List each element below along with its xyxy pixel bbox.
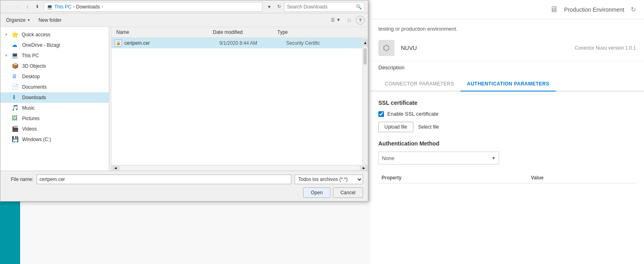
app-connector-info: ⬡ NUVU Conector Nuvu version 1.0.1 [370, 35, 644, 61]
auth-section-title: Authentication Method [378, 140, 636, 147]
organize-button[interactable]: Organize ▼ [4, 16, 33, 24]
connector-name: NUVU [401, 45, 417, 51]
app-header-icon: 🖥 [550, 5, 558, 14]
sidebar-item-3dobjects[interactable]: 📦 3D Objects [0, 61, 109, 71]
enable-ssl-checkbox[interactable] [378, 111, 384, 117]
sidebar-item-windows[interactable]: 💾 Windows (C:) [0, 134, 109, 145]
sidebar-item-desktop[interactable]: 🖥 Desktop [0, 71, 109, 82]
onedrive-icon: ☁ [12, 42, 19, 49]
file-list: 🔒 certpem.cer 9/1/2020 8:44 AM Security … [111, 38, 362, 165]
filetype-select[interactable]: Todos los archivos (*.*) [295, 175, 363, 184]
dialog-buttons-row: Open Cancel [5, 187, 363, 198]
connector-logo: ⬡ [378, 40, 394, 56]
app-tabs: CONNECTOR PARAMETERS AUTHENTICATION PARA… [370, 77, 644, 91]
upload-row: Upload file Select file [378, 122, 636, 132]
h-scroll-track[interactable] [120, 166, 359, 170]
main-vertical-scrollbar[interactable]: ▲ [362, 38, 368, 165]
back-button[interactable]: ← [4, 2, 12, 11]
sidebar-label-documents: Documents [22, 84, 47, 90]
h-scroll-left[interactable]: ◄ [111, 166, 120, 170]
file-list-wrapper: 🔒 certpem.cer 9/1/2020 8:44 AM Security … [111, 38, 368, 165]
quickaccess-icon: ⭐ [11, 31, 19, 38]
titlebar-nav: ← → ↑ ⬇ 💻 This PC › Downloads › ▼ ↻ 🔍 [4, 2, 365, 12]
search-icon: 🔍 [356, 4, 362, 10]
refresh-button[interactable]: ↻ [275, 2, 283, 11]
documents-icon: 📄 [12, 83, 19, 91]
certpem-file-icon: 🔒 [115, 39, 122, 47]
connector-version: Conector Nuvu version 1.0.1 [575, 45, 636, 51]
sidebar-label-downloads: Downloads [22, 95, 46, 100]
preview-pane-button[interactable]: □ [346, 17, 353, 24]
new-folder-button[interactable]: New folder [36, 16, 64, 24]
dialog-body: ▼ ⭐ Quick access ☁ OneDrive - Bizagi ▼ 💻… [0, 27, 368, 171]
sidebar-item-videos[interactable]: 🎬 Videos [0, 124, 109, 134]
filename-label: File name: [5, 177, 33, 182]
scrollbar-up-arrow[interactable]: ▲ [363, 39, 368, 47]
file-row-certpem[interactable]: 🔒 certpem.cer 9/1/2020 8:44 AM Security … [111, 38, 362, 48]
sidebar-item-quickaccess[interactable]: ▼ ⭐ Quick access [0, 29, 109, 40]
property-col-header: Property [378, 173, 528, 183]
pictures-icon: 🖼 [12, 115, 19, 122]
column-header-type[interactable]: Type [276, 29, 359, 36]
videos-icon: 🎬 [12, 125, 19, 133]
downloads-icon: ⬇ [12, 94, 19, 101]
sidebar-item-pictures[interactable]: 🖼 Pictures [0, 113, 109, 124]
file-column-headers: Name Date modified Type [111, 27, 368, 38]
auth-select-wrapper: None ▼ [378, 152, 499, 164]
app-content: SSL certificate Enable SSL certificate U… [370, 91, 644, 264]
scrollbar-thumb[interactable] [363, 48, 367, 64]
3dobjects-icon: 📦 [12, 62, 19, 70]
sidebar-label-thispc: This PC [22, 53, 39, 58]
up-button[interactable]: ↑ [23, 2, 32, 11]
forward-button[interactable]: → [13, 2, 22, 11]
breadcrumb-downloads[interactable]: Downloads [76, 4, 100, 10]
app-header: 🖥 Production Environment ↻ [370, 0, 644, 19]
tab-connector-parameters[interactable]: CONNECTOR PARAMETERS [378, 77, 460, 91]
auth-section: Authentication Method None ▼ [378, 140, 636, 164]
sidebar-item-music[interactable]: 🎵 Music [0, 103, 109, 113]
expand-arrow-thispc: ▼ [4, 54, 8, 58]
filename-input[interactable] [37, 175, 291, 184]
app-header-title: Production Environment [564, 6, 624, 13]
recent-locations-button[interactable]: ⬇ [33, 2, 41, 11]
app-header-refresh-icon[interactable]: ↻ [631, 6, 636, 13]
sidebar-item-downloads[interactable]: ⬇ Downloads [0, 92, 109, 103]
expand-arrow-quickaccess: ▼ [4, 33, 8, 37]
organize-label: Organize [6, 17, 26, 23]
sidebar-item-onedrive[interactable]: ☁ OneDrive - Bizagi [0, 40, 109, 50]
column-header-name[interactable]: Name [115, 29, 211, 36]
teal-sidebar-block [0, 202, 20, 264]
dialog-toolbar: Organize ▼ New folder ☰ ▼ □ ? [0, 13, 368, 27]
enable-ssl-label: Enable SSL certificate [387, 111, 438, 117]
open-button[interactable]: Open [303, 187, 330, 198]
dropdown-locations-button[interactable]: ▼ [265, 2, 274, 11]
cancel-button[interactable]: Cancel [333, 187, 363, 198]
resize-corner[interactable] [363, 196, 368, 201]
sidebar-label-quickaccess: Quick access [22, 32, 50, 37]
property-table: Property Value [378, 173, 636, 183]
organize-dropdown-icon: ▼ [27, 18, 31, 22]
breadcrumb-thispc[interactable]: This PC [54, 4, 72, 10]
certpem-date: 9/1/2020 8:44 AM [219, 40, 284, 46]
select-file-label: Select file [418, 124, 439, 130]
thispc-icon: 💻 [11, 52, 19, 59]
help-button[interactable]: ? [356, 16, 365, 25]
file-open-dialog: ← → ↑ ⬇ 💻 This PC › Downloads › ▼ ↻ 🔍 Or [0, 0, 368, 202]
search-input[interactable] [287, 4, 356, 10]
sidebar-label-music: Music [22, 105, 35, 111]
sidebar-label-videos: Videos [22, 126, 37, 132]
value-col-header: Value [528, 173, 636, 183]
breadcrumb-end-arrow: › [101, 4, 103, 9]
sidebar-item-thispc[interactable]: ▼ 💻 This PC [0, 50, 109, 61]
h-scroll-right[interactable]: ► [360, 166, 368, 170]
windows-icon: 💾 [12, 136, 19, 143]
column-header-date[interactable]: Date modified [211, 29, 276, 36]
view-options-button[interactable]: ☰ ▼ [329, 16, 343, 24]
sidebar-item-documents[interactable]: 📄 Documents [0, 82, 109, 92]
tab-authentication-parameters[interactable]: AUTHENTICATION PARAMETERS [460, 77, 556, 91]
auth-method-select[interactable]: None [378, 152, 499, 164]
horizontal-scrollbar[interactable]: ◄ ► [111, 165, 368, 170]
upload-file-button[interactable]: Upload file [378, 122, 413, 132]
desktop-icon: 🖥 [12, 73, 19, 80]
dialog-main-area: Name Date modified Type 🔒 certpem.cer [111, 27, 368, 170]
